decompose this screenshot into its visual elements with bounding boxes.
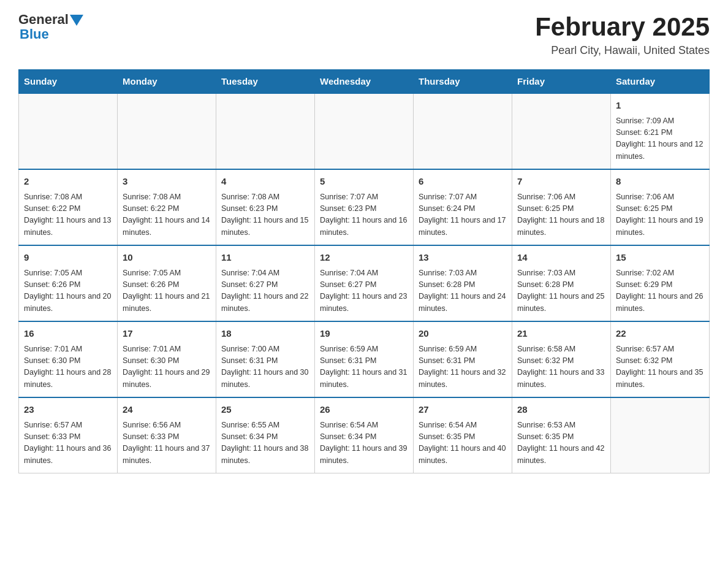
day-of-week-header: Sunday bbox=[19, 70, 118, 94]
calendar-cell: 25Sunrise: 6:55 AM Sunset: 6:34 PM Dayli… bbox=[216, 397, 315, 473]
calendar-cell: 17Sunrise: 7:01 AM Sunset: 6:30 PM Dayli… bbox=[118, 321, 216, 397]
day-of-week-header: Monday bbox=[118, 70, 216, 94]
calendar-week-row: 16Sunrise: 7:01 AM Sunset: 6:30 PM Dayli… bbox=[19, 321, 710, 397]
calendar-cell: 19Sunrise: 6:59 AM Sunset: 6:31 PM Dayli… bbox=[315, 321, 414, 397]
calendar-cell: 1Sunrise: 7:09 AM Sunset: 6:21 PM Daylig… bbox=[611, 93, 710, 169]
day-info: Sunrise: 7:04 AM Sunset: 6:27 PM Dayligh… bbox=[221, 267, 309, 315]
calendar-table: SundayMondayTuesdayWednesdayThursdayFrid… bbox=[18, 69, 710, 473]
day-info: Sunrise: 7:06 AM Sunset: 6:25 PM Dayligh… bbox=[616, 191, 704, 239]
day-info: Sunrise: 7:02 AM Sunset: 6:29 PM Dayligh… bbox=[616, 267, 704, 315]
month-title: February 2025 bbox=[535, 12, 710, 42]
day-number: 16 bbox=[24, 327, 112, 341]
calendar-cell: 14Sunrise: 7:03 AM Sunset: 6:28 PM Dayli… bbox=[512, 245, 611, 321]
day-number: 20 bbox=[419, 327, 507, 341]
day-number: 26 bbox=[320, 403, 408, 417]
day-number: 21 bbox=[517, 327, 605, 341]
calendar-cell bbox=[216, 93, 315, 169]
day-number: 10 bbox=[123, 251, 211, 265]
day-number: 5 bbox=[320, 175, 408, 189]
calendar-cell: 23Sunrise: 6:57 AM Sunset: 6:33 PM Dayli… bbox=[19, 397, 118, 473]
day-of-week-header: Tuesday bbox=[216, 70, 315, 94]
day-number: 25 bbox=[221, 403, 309, 417]
calendar-cell: 13Sunrise: 7:03 AM Sunset: 6:28 PM Dayli… bbox=[414, 245, 512, 321]
calendar-cell: 5Sunrise: 7:07 AM Sunset: 6:23 PM Daylig… bbox=[315, 169, 414, 245]
day-info: Sunrise: 7:04 AM Sunset: 6:27 PM Dayligh… bbox=[320, 267, 408, 315]
calendar-cell bbox=[315, 93, 414, 169]
calendar-cell bbox=[414, 93, 512, 169]
calendar-cell: 28Sunrise: 6:53 AM Sunset: 6:35 PM Dayli… bbox=[512, 397, 611, 473]
day-of-week-header: Wednesday bbox=[315, 70, 414, 94]
day-info: Sunrise: 7:00 AM Sunset: 6:31 PM Dayligh… bbox=[221, 343, 309, 391]
day-number: 13 bbox=[419, 251, 507, 265]
day-of-week-header: Friday bbox=[512, 70, 611, 94]
calendar-cell: 2Sunrise: 7:08 AM Sunset: 6:22 PM Daylig… bbox=[19, 169, 118, 245]
day-info: Sunrise: 7:05 AM Sunset: 6:26 PM Dayligh… bbox=[123, 267, 211, 315]
calendar-week-row: 9Sunrise: 7:05 AM Sunset: 6:26 PM Daylig… bbox=[19, 245, 710, 321]
calendar-cell: 15Sunrise: 7:02 AM Sunset: 6:29 PM Dayli… bbox=[611, 245, 710, 321]
day-info: Sunrise: 7:07 AM Sunset: 6:24 PM Dayligh… bbox=[419, 191, 507, 239]
page-header: General Blue February 2025 Pearl City, H… bbox=[18, 12, 710, 57]
day-number: 28 bbox=[517, 403, 605, 417]
calendar-cell: 10Sunrise: 7:05 AM Sunset: 6:26 PM Dayli… bbox=[118, 245, 216, 321]
calendar-cell: 18Sunrise: 7:00 AM Sunset: 6:31 PM Dayli… bbox=[216, 321, 315, 397]
calendar-cell: 26Sunrise: 6:54 AM Sunset: 6:34 PM Dayli… bbox=[315, 397, 414, 473]
day-info: Sunrise: 7:09 AM Sunset: 6:21 PM Dayligh… bbox=[616, 115, 704, 163]
day-number: 19 bbox=[320, 327, 408, 341]
day-info: Sunrise: 6:55 AM Sunset: 6:34 PM Dayligh… bbox=[221, 419, 309, 467]
svg-marker-0 bbox=[70, 15, 83, 26]
calendar-cell: 11Sunrise: 7:04 AM Sunset: 6:27 PM Dayli… bbox=[216, 245, 315, 321]
day-number: 7 bbox=[517, 175, 605, 189]
day-number: 2 bbox=[24, 175, 112, 189]
day-info: Sunrise: 6:56 AM Sunset: 6:33 PM Dayligh… bbox=[123, 419, 211, 467]
day-number: 11 bbox=[221, 251, 309, 265]
day-info: Sunrise: 7:01 AM Sunset: 6:30 PM Dayligh… bbox=[24, 343, 112, 391]
day-number: 9 bbox=[24, 251, 112, 265]
calendar-cell: 12Sunrise: 7:04 AM Sunset: 6:27 PM Dayli… bbox=[315, 245, 414, 321]
day-number: 3 bbox=[123, 175, 211, 189]
day-number: 24 bbox=[123, 403, 211, 417]
calendar-cell: 27Sunrise: 6:54 AM Sunset: 6:35 PM Dayli… bbox=[414, 397, 512, 473]
calendar-cell: 24Sunrise: 6:56 AM Sunset: 6:33 PM Dayli… bbox=[118, 397, 216, 473]
day-of-week-header: Saturday bbox=[611, 70, 710, 94]
day-number: 6 bbox=[419, 175, 507, 189]
logo: General Blue bbox=[18, 12, 83, 42]
calendar-week-row: 1Sunrise: 7:09 AM Sunset: 6:21 PM Daylig… bbox=[19, 93, 710, 169]
day-number: 15 bbox=[616, 251, 704, 265]
calendar-cell bbox=[611, 397, 710, 473]
day-number: 27 bbox=[419, 403, 507, 417]
day-info: Sunrise: 7:01 AM Sunset: 6:30 PM Dayligh… bbox=[123, 343, 211, 391]
day-info: Sunrise: 7:08 AM Sunset: 6:22 PM Dayligh… bbox=[24, 191, 112, 239]
day-info: Sunrise: 6:54 AM Sunset: 6:35 PM Dayligh… bbox=[419, 419, 507, 467]
day-info: Sunrise: 7:05 AM Sunset: 6:26 PM Dayligh… bbox=[24, 267, 112, 315]
calendar-cell: 22Sunrise: 6:57 AM Sunset: 6:32 PM Dayli… bbox=[611, 321, 710, 397]
day-number: 4 bbox=[221, 175, 309, 189]
day-number: 23 bbox=[24, 403, 112, 417]
logo-text-general: General bbox=[18, 12, 69, 27]
day-number: 12 bbox=[320, 251, 408, 265]
day-info: Sunrise: 6:54 AM Sunset: 6:34 PM Dayligh… bbox=[320, 419, 408, 467]
day-info: Sunrise: 6:57 AM Sunset: 6:32 PM Dayligh… bbox=[616, 343, 704, 391]
calendar-cell bbox=[19, 93, 118, 169]
day-number: 14 bbox=[517, 251, 605, 265]
day-info: Sunrise: 7:07 AM Sunset: 6:23 PM Dayligh… bbox=[320, 191, 408, 239]
logo-text-blue: Blue bbox=[20, 27, 49, 42]
day-info: Sunrise: 7:06 AM Sunset: 6:25 PM Dayligh… bbox=[517, 191, 605, 239]
title-block: February 2025 Pearl City, Hawaii, United… bbox=[535, 12, 710, 57]
day-info: Sunrise: 7:03 AM Sunset: 6:28 PM Dayligh… bbox=[517, 267, 605, 315]
calendar-cell: 3Sunrise: 7:08 AM Sunset: 6:22 PM Daylig… bbox=[118, 169, 216, 245]
calendar-week-row: 23Sunrise: 6:57 AM Sunset: 6:33 PM Dayli… bbox=[19, 397, 710, 473]
day-number: 1 bbox=[616, 99, 704, 113]
day-info: Sunrise: 6:59 AM Sunset: 6:31 PM Dayligh… bbox=[320, 343, 408, 391]
location: Pearl City, Hawaii, United States bbox=[535, 44, 710, 57]
day-info: Sunrise: 7:08 AM Sunset: 6:23 PM Dayligh… bbox=[221, 191, 309, 239]
calendar-cell bbox=[512, 93, 611, 169]
day-of-week-header: Thursday bbox=[414, 70, 512, 94]
calendar-cell bbox=[118, 93, 216, 169]
day-number: 22 bbox=[616, 327, 704, 341]
day-number: 8 bbox=[616, 175, 704, 189]
calendar-week-row: 2Sunrise: 7:08 AM Sunset: 6:22 PM Daylig… bbox=[19, 169, 710, 245]
calendar-cell: 6Sunrise: 7:07 AM Sunset: 6:24 PM Daylig… bbox=[414, 169, 512, 245]
day-info: Sunrise: 6:58 AM Sunset: 6:32 PM Dayligh… bbox=[517, 343, 605, 391]
day-info: Sunrise: 6:53 AM Sunset: 6:35 PM Dayligh… bbox=[517, 419, 605, 467]
day-info: Sunrise: 6:59 AM Sunset: 6:31 PM Dayligh… bbox=[419, 343, 507, 391]
